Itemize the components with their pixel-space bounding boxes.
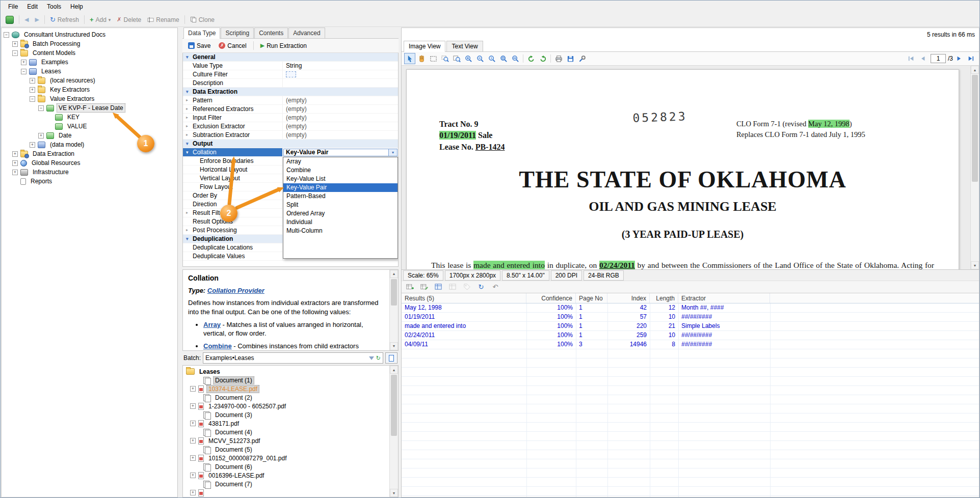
menu-tools[interactable]: Tools bbox=[42, 1, 66, 12]
section-output[interactable]: ▾Output bbox=[183, 140, 398, 148]
print-icon[interactable] bbox=[553, 53, 564, 64]
tree-item-examples[interactable]: +Examples bbox=[2, 58, 177, 67]
tab-text-view[interactable]: Text View bbox=[446, 41, 483, 51]
expander-icon[interactable]: + bbox=[190, 403, 196, 409]
tree-item-key[interactable]: KEY bbox=[2, 113, 177, 122]
page-number-input[interactable]: 1 bbox=[931, 54, 946, 63]
expander-icon[interactable]: − bbox=[21, 69, 27, 74]
tab-data-type[interactable]: Data Type bbox=[183, 27, 220, 39]
scroll-up-icon[interactable]: ▲ bbox=[390, 366, 398, 374]
cancel-button[interactable]: ✗Cancel bbox=[215, 41, 250, 51]
expander-icon[interactable]: − bbox=[12, 50, 18, 56]
expander-icon[interactable]: − bbox=[30, 96, 35, 102]
dropdown-option-individual[interactable]: Individual bbox=[283, 218, 398, 227]
expander-icon[interactable]: + bbox=[38, 133, 44, 139]
zoom-region-icon[interactable] bbox=[439, 53, 451, 64]
save-button[interactable]: Save bbox=[184, 41, 214, 51]
table-row[interactable]: 04/09/11 100% 3 14946 8 ##/##/#### bbox=[402, 340, 979, 349]
property-row-description[interactable]: Description bbox=[183, 79, 398, 88]
image-scrollbar[interactable]: ▲ ▼ bbox=[970, 66, 979, 269]
image-settings-icon[interactable] bbox=[576, 53, 588, 64]
undo-icon[interactable]: ↶ bbox=[490, 282, 501, 293]
dropdown-option-array[interactable]: Array bbox=[283, 157, 398, 166]
property-row-exclusion-extractor[interactable]: ▸Exclusion Extractor(empty) bbox=[183, 122, 398, 131]
document-file-row[interactable]: +MCVV_512273.pdf bbox=[183, 436, 398, 445]
scroll-up-icon[interactable]: ▲ bbox=[971, 66, 979, 74]
column-header-page-no[interactable]: Page No bbox=[576, 293, 607, 303]
expander-icon[interactable]: + bbox=[190, 421, 196, 426]
table-edit-icon[interactable] bbox=[418, 282, 430, 293]
batch-refresh-icon[interactable]: ↻ bbox=[376, 355, 381, 362]
tree-item-ve-kvp-f-lease-date[interactable]: −VE KVP-F - Lease Date bbox=[2, 103, 177, 113]
scroll-up-icon[interactable]: ▲ bbox=[390, 270, 398, 278]
expander-icon[interactable]: + bbox=[12, 160, 18, 166]
property-row-pattern[interactable]: ▸Pattern(empty) bbox=[183, 96, 398, 105]
menu-edit[interactable]: Edit bbox=[22, 1, 42, 12]
combo-dropdown-icon[interactable]: ▾ bbox=[388, 149, 397, 156]
dropdown-option-key-value-pair[interactable]: Key-Value Pair bbox=[283, 183, 398, 192]
help-scrollbar[interactable]: ▲ ▼ bbox=[389, 270, 398, 350]
column-header-results[interactable]: Results (5) bbox=[402, 293, 526, 303]
pan-tool-icon[interactable] bbox=[416, 53, 427, 64]
scroll-thumb[interactable] bbox=[972, 75, 978, 182]
collapse-icon[interactable]: ▾ bbox=[186, 53, 193, 61]
refresh-button[interactable]: ↻Refresh bbox=[47, 15, 82, 24]
document-row[interactable]: Document (4) bbox=[183, 428, 398, 436]
zoom-window-icon[interactable] bbox=[451, 53, 462, 64]
table-row[interactable]: made and entered into 100% 1 220 21 Simp… bbox=[402, 322, 979, 331]
add-button[interactable]: +Add▾ bbox=[87, 15, 114, 24]
dropdown-option-key-value-list[interactable]: Key-Value List bbox=[283, 175, 398, 183]
collapse-icon[interactable]: ▾ bbox=[186, 88, 193, 96]
tree-item-reports[interactable]: Reports bbox=[2, 177, 177, 186]
batch-viewer-button[interactable] bbox=[385, 352, 398, 364]
refresh-results-icon[interactable]: ↻ bbox=[475, 282, 487, 293]
collation-combo[interactable]: Key-Value Pair ▾ bbox=[283, 149, 398, 156]
table-row[interactable]: 01/19/2011 100% 1 57 10 ##/##/#### bbox=[402, 313, 979, 322]
clone-button[interactable]: Clone bbox=[187, 15, 218, 24]
expander-icon[interactable]: − bbox=[4, 32, 9, 38]
tab-image-view[interactable]: Image View bbox=[404, 41, 445, 52]
array-link[interactable]: Array bbox=[203, 321, 221, 328]
tree-item-consultant-unstructured-docs[interactable]: −Consultant Unstructured Docs bbox=[2, 30, 177, 39]
property-row-input-filter[interactable]: ▸Input Filter(empty) bbox=[183, 114, 398, 122]
property-row-culture-filter[interactable]: Culture Filter bbox=[183, 70, 398, 79]
scroll-thumb[interactable] bbox=[391, 279, 397, 306]
menu-file[interactable]: File bbox=[4, 1, 22, 12]
rotate-right-icon[interactable] bbox=[537, 53, 548, 64]
tree-item-data-model[interactable]: +(data model) bbox=[2, 140, 177, 149]
next-page-icon[interactable] bbox=[953, 53, 965, 64]
image-viewer[interactable]: Tract No. 9 01/19/2011 Sale Lease No. PB… bbox=[402, 66, 979, 269]
combine-link[interactable]: Combine bbox=[203, 342, 232, 350]
table-view-icon[interactable] bbox=[433, 282, 444, 293]
folder-row-leases[interactable]: Leases bbox=[183, 367, 398, 376]
column-header-length[interactable]: Length bbox=[650, 293, 678, 303]
zoom-fit-width-icon[interactable] bbox=[510, 53, 521, 64]
table-row[interactable]: May 12, 1998 100% 1 42 12 Month ##, #### bbox=[402, 303, 979, 313]
collation-provider-link[interactable]: Collation Provider bbox=[207, 287, 264, 294]
document-file-row[interactable]: +10152_0000087279_001.pdf bbox=[183, 454, 398, 462]
expander-icon[interactable]: − bbox=[38, 105, 44, 111]
property-row-collation[interactable]: ▾Collation Key-Value Pair ▾ bbox=[183, 148, 398, 157]
tree-item-key-extractors[interactable]: +Key Extractors bbox=[2, 85, 177, 94]
tree-item-local-resources[interactable]: +(local resources) bbox=[2, 76, 177, 85]
tree-item-batch-processing[interactable]: +Batch Processing bbox=[2, 39, 177, 48]
property-row-value-type[interactable]: Value TypeString bbox=[183, 62, 398, 70]
tree-item-content-models[interactable]: −Content Models bbox=[2, 48, 177, 58]
collapse-icon[interactable]: ▾ bbox=[186, 140, 193, 148]
table-row[interactable]: 02/24/2011 100% 1 259 10 ##/##/#### bbox=[402, 331, 979, 340]
dropdown-option-combine[interactable]: Combine bbox=[283, 166, 398, 175]
document-row[interactable]: Document (1) bbox=[183, 376, 398, 384]
tree-item-value[interactable]: VALUE bbox=[2, 122, 177, 131]
document-row[interactable]: Document (5) bbox=[183, 445, 398, 454]
zoom-actual-size-icon[interactable]: 1 bbox=[486, 53, 497, 64]
document-file-row[interactable]: + bbox=[183, 488, 398, 497]
column-header-confidence[interactable]: Confidence bbox=[526, 293, 576, 303]
expander-icon[interactable]: + bbox=[190, 455, 196, 461]
collapse-icon[interactable]: ▾ bbox=[186, 235, 193, 243]
tree-item-global-resources[interactable]: +Global Resources bbox=[2, 158, 177, 168]
expander-icon[interactable]: + bbox=[21, 60, 27, 65]
expander-icon[interactable]: + bbox=[30, 78, 35, 84]
zoom-fit-page-icon[interactable] bbox=[498, 53, 509, 64]
document-file-row[interactable]: +438171.pdf bbox=[183, 419, 398, 428]
marquee-select-icon[interactable] bbox=[428, 53, 439, 64]
